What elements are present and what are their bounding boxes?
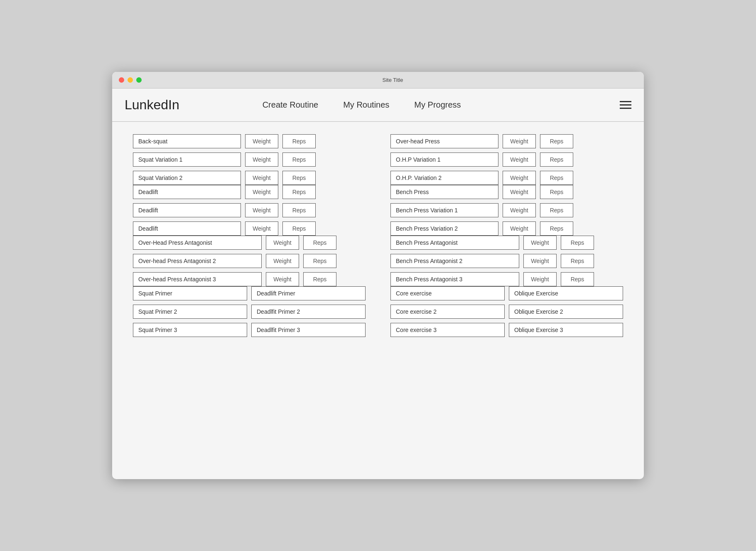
ohp-name-3[interactable]: [390, 171, 498, 185]
ohp-ant-weight-2[interactable]: [266, 254, 299, 268]
table-row: [390, 254, 623, 268]
squat-primer-1[interactable]: [133, 286, 247, 300]
ohp-name-1[interactable]: [390, 134, 498, 148]
deadlift-name-2[interactable]: [133, 203, 241, 217]
hamburger-line-1: [620, 101, 631, 102]
ohp-ant-weight-1[interactable]: [266, 236, 299, 250]
table-row: [133, 272, 366, 286]
bench-ant-weight-1[interactable]: [523, 236, 557, 250]
squat-weight-3[interactable]: [245, 171, 278, 185]
squat-name-1[interactable]: [133, 134, 241, 148]
ohp-weight-2[interactable]: [503, 153, 536, 167]
bench-ant-reps-2[interactable]: [561, 254, 594, 268]
bench-weight-1[interactable]: [503, 185, 536, 199]
ohp-ant-reps-1[interactable]: [303, 236, 336, 250]
oblique-2[interactable]: [509, 305, 623, 319]
close-button[interactable]: [119, 77, 124, 83]
deadlift-primer-1[interactable]: [251, 286, 366, 300]
minimize-button[interactable]: [128, 77, 133, 83]
deadlift-weight-2[interactable]: [245, 203, 278, 217]
bench-weight-2[interactable]: [503, 203, 536, 217]
squat-weight-1[interactable]: [245, 134, 278, 148]
app-window: Site Title LunkedIn Create Routine My Ro…: [112, 72, 644, 479]
oblique-3[interactable]: [509, 323, 623, 337]
ohp-ant-reps-3[interactable]: [303, 272, 336, 286]
bench-ant-reps-1[interactable]: [561, 236, 594, 250]
table-row: [133, 254, 366, 268]
bench-ant-weight-2[interactable]: [523, 254, 557, 268]
ohp-ant-reps-2[interactable]: [303, 254, 336, 268]
table-row: [390, 153, 623, 167]
primer-row-1: [133, 286, 366, 300]
table-row: [133, 134, 366, 148]
bench-name-2[interactable]: [390, 203, 498, 217]
bench-rows: [390, 185, 623, 236]
ohp-weight-3[interactable]: [503, 171, 536, 185]
bench-reps-1[interactable]: [540, 185, 573, 199]
squat-weight-2[interactable]: [245, 153, 278, 167]
oblique-1[interactable]: [509, 286, 623, 300]
deadlift-reps-1[interactable]: [282, 185, 316, 199]
squat-name-2[interactable]: [133, 153, 241, 167]
deadlift-primer-2[interactable]: [251, 305, 366, 319]
bench-ant-name-3[interactable]: [390, 272, 519, 286]
deadlift-name-1[interactable]: [133, 185, 241, 199]
ohp-name-2[interactable]: [390, 153, 498, 167]
right-column: [390, 134, 623, 337]
deadlift-reps-3[interactable]: [282, 221, 316, 236]
squat-primer-3[interactable]: [133, 323, 247, 337]
nav-create-routine[interactable]: Create Routine: [263, 100, 319, 110]
bench-name-3[interactable]: [390, 221, 498, 236]
bench-ant-name-2[interactable]: [390, 254, 519, 268]
logo: LunkedIn: [125, 97, 179, 113]
bench-ant-reps-3[interactable]: [561, 272, 594, 286]
table-row: [133, 171, 366, 185]
squat-reps-1[interactable]: [282, 134, 316, 148]
maximize-button[interactable]: [136, 77, 142, 83]
core-2[interactable]: [390, 305, 505, 319]
table-row: [133, 236, 366, 250]
ohp-reps-1[interactable]: [540, 134, 573, 148]
ohp-ant-name-2[interactable]: [133, 254, 262, 268]
ohp-ant-weight-3[interactable]: [266, 272, 299, 286]
ohp-reps-3[interactable]: [540, 171, 573, 185]
squat-primer-2[interactable]: [133, 305, 247, 319]
primer-row-3: [133, 323, 366, 337]
table-row: [390, 272, 623, 286]
squat-reps-2[interactable]: [282, 153, 316, 167]
ohp-weight-1[interactable]: [503, 134, 536, 148]
ohp-ant-name-3[interactable]: [133, 272, 262, 286]
nav-my-progress[interactable]: My Progress: [414, 100, 461, 110]
bench-ant-name-1[interactable]: [390, 236, 519, 250]
table-row: [133, 203, 366, 217]
squat-reps-3[interactable]: [282, 171, 316, 185]
core-3[interactable]: [390, 323, 505, 337]
bench-reps-3[interactable]: [540, 221, 573, 236]
bench-name-1[interactable]: [390, 185, 498, 199]
table-row: [390, 171, 623, 185]
ohp-reps-2[interactable]: [540, 153, 573, 167]
ohp-ant-name-1[interactable]: [133, 236, 262, 250]
squat-name-3[interactable]: [133, 171, 241, 185]
deadlift-weight-1[interactable]: [245, 185, 278, 199]
squat-section: [133, 134, 366, 337]
bench-reps-2[interactable]: [540, 203, 573, 217]
nav-my-routines[interactable]: My Routines: [343, 100, 389, 110]
main-content: [112, 122, 644, 349]
hamburger-line-3: [620, 108, 631, 109]
deadlift-weight-3[interactable]: [245, 221, 278, 236]
table-row: [390, 134, 623, 148]
bench-weight-3[interactable]: [503, 221, 536, 236]
ohp-antagonist-rows: [133, 236, 366, 286]
deadlift-primer-3[interactable]: [251, 323, 366, 337]
window-title: Site Title: [148, 77, 637, 83]
core-1[interactable]: [390, 286, 505, 300]
core-row-3: [390, 323, 623, 337]
traffic-lights: [119, 77, 142, 83]
bench-ant-weight-3[interactable]: [523, 272, 557, 286]
primer-row-2: [133, 305, 366, 319]
deadlift-reps-2[interactable]: [282, 203, 316, 217]
deadlift-name-3[interactable]: [133, 221, 241, 236]
core-section: [390, 286, 623, 337]
hamburger-menu[interactable]: [620, 101, 631, 109]
